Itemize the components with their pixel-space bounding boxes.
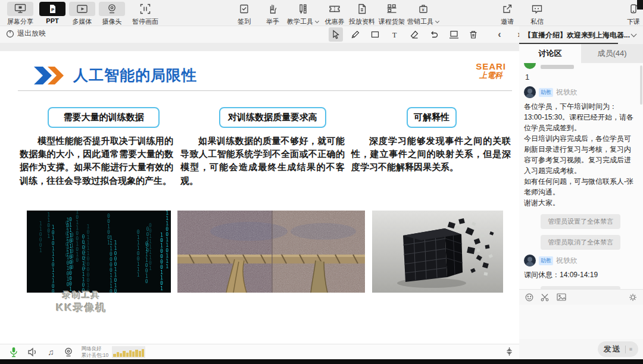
live-intro-header[interactable]: 【直播介绍】欢迎来到上海电器... xyxy=(519,26,643,44)
svg-text:1: 1 xyxy=(110,273,113,278)
send-options-icon[interactable]: ≡ xyxy=(629,346,632,352)
limitation-body-1: 模型性能能否提升取决于训练用的数据集的大小，因此通常需要大量的数据作为支撑。如果… xyxy=(20,134,173,187)
svg-text:0: 0 xyxy=(160,238,163,243)
svg-text:0: 0 xyxy=(149,223,152,228)
svg-text:0: 0 xyxy=(71,233,74,238)
pause-screen-icon xyxy=(132,2,158,16)
svg-text:1: 1 xyxy=(86,246,89,251)
invite-button[interactable]: 邀请 xyxy=(494,2,520,26)
svg-text:1: 1 xyxy=(39,221,42,227)
svg-text:0: 0 xyxy=(39,237,42,243)
svg-text:1: 1 xyxy=(166,216,168,221)
undo-tool[interactable] xyxy=(427,27,441,42)
svg-text:0: 0 xyxy=(65,242,68,247)
system-notice: 管理员设置了全体禁言 xyxy=(524,214,637,229)
private-message-button[interactable]: 私信 xyxy=(524,2,550,26)
prev-slide-button[interactable]: ‹ xyxy=(494,29,505,40)
svg-text:0: 0 xyxy=(76,247,79,252)
chat-settings-icon[interactable] xyxy=(629,293,637,302)
chat-tabs: 讨论区 成员(44) xyxy=(519,44,643,63)
send-button[interactable]: 发送 ≡ xyxy=(598,341,638,357)
course-shelf-button[interactable]: 课程货架 xyxy=(379,2,405,26)
svg-text:0: 0 xyxy=(166,248,168,253)
svg-text:0: 0 xyxy=(166,227,168,232)
pen-tool[interactable] xyxy=(348,27,363,42)
tab-members[interactable]: 成员(44) xyxy=(581,44,643,63)
svg-text:0: 0 xyxy=(76,215,79,220)
screenshot-scissors-icon[interactable] xyxy=(541,293,550,302)
svg-text:1: 1 xyxy=(149,234,152,239)
ppt-button[interactable]: P PPT xyxy=(39,2,65,24)
camera-status-icon[interactable] xyxy=(64,347,73,357)
window-bottom-edge xyxy=(0,359,643,364)
limitation-heading-1: 需要大量的训练数据 xyxy=(48,107,160,128)
image-upload-icon[interactable] xyxy=(557,293,566,301)
svg-text:0: 0 xyxy=(166,232,168,237)
chat-scrollbar[interactable] xyxy=(640,65,642,105)
svg-text:1: 1 xyxy=(114,272,117,278)
push-materials-button[interactable]: 投放资料 xyxy=(349,2,375,26)
svg-text:0: 0 xyxy=(82,266,85,272)
raise-hand-icon xyxy=(260,2,286,16)
chat-message: 助教 祝轶欣 课间休息：14:09-14:19 xyxy=(524,255,637,280)
multimedia-button[interactable]: 多媒体 xyxy=(69,2,95,26)
collapse-panel-icon[interactable] xyxy=(505,347,514,356)
cursor-tool[interactable] xyxy=(329,27,343,42)
svg-text:1: 1 xyxy=(145,258,148,263)
svg-text:0: 0 xyxy=(82,256,85,261)
svg-text:1: 1 xyxy=(69,222,72,228)
svg-text:1: 1 xyxy=(137,262,140,267)
svg-text:0: 0 xyxy=(71,265,74,270)
slide-title: 人工智能的局限性 xyxy=(73,65,197,85)
emoji-icon[interactable] xyxy=(525,293,533,302)
svg-text:1: 1 xyxy=(110,284,113,289)
screen-annotate-tool[interactable] xyxy=(447,27,461,42)
svg-text:1: 1 xyxy=(52,278,55,284)
marketing-tools-button[interactable]: ¥ 营销工具 xyxy=(407,2,439,26)
svg-text:0: 0 xyxy=(39,232,42,237)
svg-text:0: 0 xyxy=(110,262,113,268)
svg-text:0: 0 xyxy=(160,254,163,259)
exit-presentation-button[interactable]: 退出放映 xyxy=(6,29,46,39)
chat-message-list[interactable]: 1 助教 祝轶欣 各位学员，下午培训时间为：13:00-15:30。课程已经开始… xyxy=(519,63,643,289)
slide: 人工智能的局限性 SEARI 上電科 需要大量的训练数据 对训练数据质量要求高 … xyxy=(0,51,519,344)
top-toolbar: 屏幕分享 P PPT 多媒体 xyxy=(0,0,643,26)
svg-text:1: 1 xyxy=(166,253,168,259)
svg-text:0: 0 xyxy=(160,249,163,254)
svg-text:1: 1 xyxy=(166,264,168,269)
text-tool[interactable]: T xyxy=(388,27,402,42)
microphone-icon[interactable] xyxy=(10,347,18,357)
rectangle-tool[interactable] xyxy=(368,27,382,42)
background-music-icon[interactable]: ♫ xyxy=(48,347,54,357)
coupon-button[interactable]: 优惠券 xyxy=(322,2,348,26)
webcam-button[interactable]: 摄像头 xyxy=(99,2,125,26)
chat-panel: 【直播介绍】欢迎来到上海电器... 讨论区 成员(44) 1 助教 祝轶欣 xyxy=(519,26,643,359)
svg-text:1: 1 xyxy=(166,211,168,216)
screen-share-button[interactable]: 屏幕分享 xyxy=(7,2,33,26)
pause-screen-button[interactable]: 暂停画面 xyxy=(132,2,158,26)
clear-annotations-tool[interactable] xyxy=(466,27,480,42)
svg-text:T: T xyxy=(392,31,397,39)
svg-text:1: 1 xyxy=(160,286,163,291)
svg-text:1: 1 xyxy=(107,224,110,230)
assistant-badge: 助教 xyxy=(539,256,553,265)
svg-text:0: 0 xyxy=(69,271,72,276)
svg-text:0: 0 xyxy=(71,238,74,243)
chat-send-row: 发送 ≡ xyxy=(519,339,643,359)
svg-text:1: 1 xyxy=(149,266,152,271)
eraser-tool[interactable] xyxy=(407,27,422,42)
teaching-tools-icon xyxy=(290,2,316,16)
sign-in-button[interactable]: 签到 xyxy=(231,2,257,26)
teaching-tools-button[interactable]: 教学工具 xyxy=(287,2,319,26)
svg-text:0: 0 xyxy=(69,276,72,281)
svg-text:1: 1 xyxy=(76,241,79,247)
speaker-icon[interactable] xyxy=(27,347,38,357)
svg-text:1: 1 xyxy=(149,244,152,250)
tab-discussion[interactable]: 讨论区 xyxy=(519,44,581,63)
raise-hand-button[interactable]: 举手 xyxy=(260,2,286,26)
svg-text:¥: ¥ xyxy=(422,7,424,12)
svg-text:0: 0 xyxy=(71,259,74,265)
system-notice: 管理员设置了全体禁言 xyxy=(524,286,637,289)
chat-input[interactable] xyxy=(519,305,643,339)
svg-text:0: 0 xyxy=(52,262,55,268)
